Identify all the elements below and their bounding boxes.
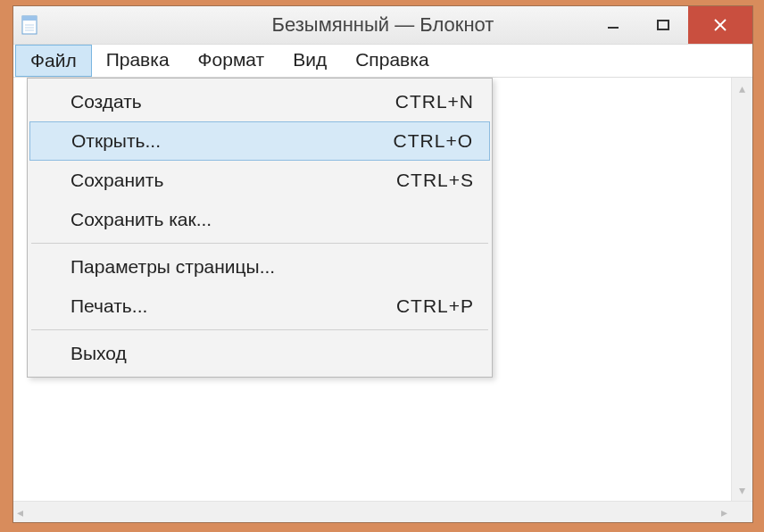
maximize-button[interactable] — [638, 6, 688, 44]
close-button[interactable] — [688, 6, 752, 44]
vertical-scrollbar[interactable]: ▴ ▾ — [731, 78, 752, 501]
file-menu-dropdown: СоздатьCTRL+NОткрыть...CTRL+OСохранитьCT… — [27, 78, 493, 378]
window-controls — [588, 6, 752, 44]
menubar: ФайлПравкаФорматВидСправка — [13, 44, 752, 78]
menu-4[interactable]: Справка — [341, 45, 443, 77]
scroll-left-icon[interactable]: ◂ — [17, 505, 23, 520]
menu-separator — [31, 329, 488, 330]
scroll-right-icon[interactable]: ▸ — [721, 505, 727, 520]
scroll-up-icon[interactable]: ▴ — [739, 81, 745, 96]
menu-item-label: Открыть... — [71, 130, 161, 152]
menu-3[interactable]: Вид — [278, 45, 341, 77]
menu-item-shortcut: CTRL+O — [394, 130, 473, 152]
menu-item-shortcut: CTRL+N — [395, 91, 474, 112]
menu-item[interactable]: Выход — [29, 334, 490, 373]
menu-item-label: Печать... — [71, 295, 147, 317]
notepad-window: Безымянный — Блокнот ФайлПравкаФорматВид… — [12, 5, 753, 523]
menu-item-label: Создать — [71, 91, 142, 112]
menu-item-label: Выход — [71, 343, 127, 364]
menu-item-shortcut: CTRL+P — [396, 295, 474, 317]
menu-item-shortcut: CTRL+S — [396, 170, 474, 191]
menu-item-label: Параметры страницы... — [71, 256, 275, 278]
menu-item-label: Сохранить как... — [71, 209, 212, 230]
scroll-down-icon[interactable]: ▾ — [739, 483, 745, 497]
menu-item[interactable]: СоздатьCTRL+N — [29, 82, 490, 121]
menu-1[interactable]: Правка — [92, 45, 184, 77]
horizontal-scrollbar[interactable]: ◂ ▸ — [13, 501, 752, 522]
menu-item[interactable]: Параметры страницы... — [29, 247, 490, 287]
svg-rect-6 — [658, 21, 668, 29]
minimize-button[interactable] — [588, 6, 638, 44]
notepad-icon — [19, 14, 40, 36]
menu-separator — [31, 243, 488, 244]
menu-item[interactable]: СохранитьCTRL+S — [29, 161, 490, 200]
svg-rect-1 — [22, 16, 37, 21]
menu-item[interactable]: Печать...CTRL+P — [29, 287, 490, 326]
menu-item-label: Сохранить — [71, 170, 163, 191]
menu-item[interactable]: Открыть...CTRL+O — [29, 121, 490, 161]
menu-2[interactable]: Формат — [184, 45, 279, 77]
menu-0[interactable]: Файл — [15, 45, 92, 77]
menu-item[interactable]: Сохранить как... — [29, 200, 490, 239]
titlebar[interactable]: Безымянный — Блокнот — [13, 6, 752, 44]
